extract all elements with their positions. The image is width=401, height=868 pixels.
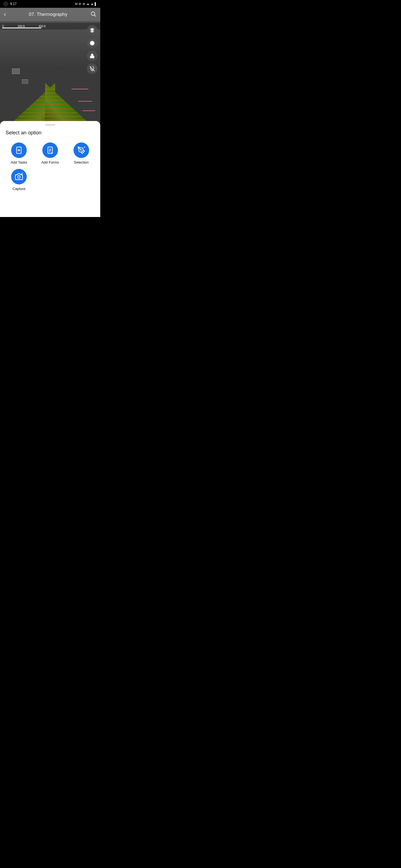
- add-forms-icon-circle: [42, 143, 58, 158]
- scale-label-400: 400 ft: [39, 25, 46, 28]
- page-title: 07. Thermography: [29, 12, 67, 17]
- selection-icon-circle: [74, 143, 89, 158]
- settings-icon-2: ⚙: [82, 2, 85, 6]
- signal-icon: ▲: [86, 2, 89, 6]
- battery-icon: ▌: [95, 2, 97, 6]
- svg-line-14: [84, 147, 85, 148]
- building-1: [12, 68, 20, 74]
- options-grid-row1: Add Tasks Add Forms: [6, 143, 95, 164]
- svg-rect-2: [90, 56, 94, 58]
- capture-label: Capture: [12, 187, 25, 191]
- status-bar-circle: [3, 1, 8, 6]
- capture-icon-circle: [11, 169, 27, 184]
- back-button[interactable]: ‹: [3, 10, 7, 19]
- thermal-line-1: [71, 89, 88, 89]
- thermal-line-2: [78, 101, 92, 101]
- location-off-fab[interactable]: [87, 63, 97, 74]
- add-tasks-icon-circle: [11, 143, 27, 158]
- scale-label-0: 0: [2, 25, 4, 28]
- add-tasks-label: Add Tasks: [10, 160, 27, 164]
- capture-option[interactable]: Capture: [6, 169, 32, 191]
- drag-handle[interactable]: [45, 124, 55, 125]
- layers-fab[interactable]: [87, 25, 97, 36]
- svg-point-15: [18, 176, 20, 178]
- settings-fab[interactable]: [87, 38, 97, 49]
- lock-fab[interactable]: [87, 51, 97, 61]
- svg-line-3: [90, 66, 95, 71]
- thermal-line-3: [83, 111, 95, 111]
- selection-label: Selection: [74, 160, 89, 164]
- scale-line: [2, 28, 41, 28]
- search-button[interactable]: [89, 10, 97, 20]
- mail-icon: M: [75, 2, 78, 6]
- add-tasks-option[interactable]: Add Tasks: [6, 143, 32, 164]
- svg-line-18: [22, 173, 23, 174]
- sheet-title: Select an option: [6, 130, 95, 136]
- svg-point-0: [91, 12, 95, 15]
- bottom-sheet: Select an option Add Tasks: [0, 121, 100, 217]
- top-nav: ‹ 07. Thermography: [0, 8, 100, 21]
- wifi-icon: ▲: [90, 2, 93, 6]
- settings-icon-1: ⚙: [79, 2, 81, 6]
- building-2: [22, 79, 28, 84]
- add-forms-label: Add Forms: [41, 160, 59, 164]
- map-fab-container: [87, 25, 97, 74]
- add-forms-option[interactable]: Add Forms: [37, 143, 63, 164]
- svg-line-1: [94, 15, 96, 17]
- status-time: 9:17: [10, 2, 17, 6]
- svg-point-13: [81, 149, 82, 151]
- options-grid-row2: Capture: [6, 169, 95, 191]
- status-bar-icons: M ⚙ ⚙ ▲ ▲ ▌: [75, 2, 97, 6]
- status-bar: 9:17 M ⚙ ⚙ ▲ ▲ ▌: [0, 0, 100, 8]
- status-bar-left: 9:17: [3, 1, 17, 6]
- selection-option[interactable]: Selection: [68, 143, 95, 164]
- scale-label-200: 200 ft: [18, 25, 25, 28]
- scale-bar: 0 200 ft 400 ft: [0, 23, 100, 30]
